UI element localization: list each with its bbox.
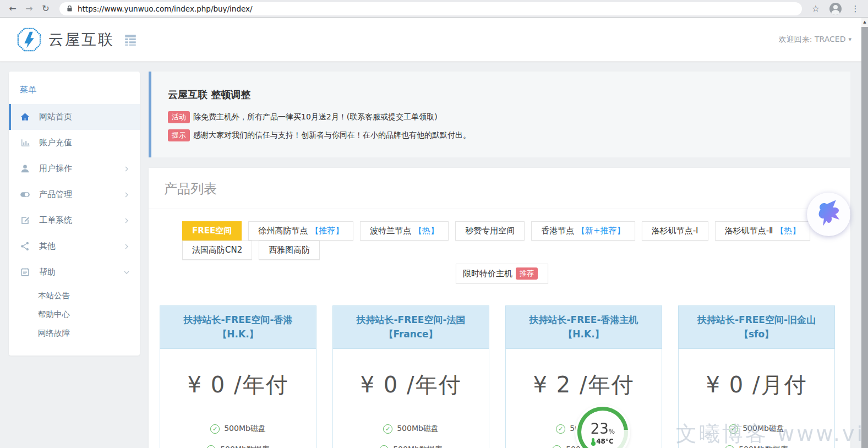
check-circle-icon: ✓ — [725, 445, 734, 448]
product-title: 扶持站长-FREE-香港主机 — [510, 313, 657, 327]
product-title: 扶持站长-FREE空间-法国 — [337, 313, 484, 327]
bookmark-star-icon[interactable]: ☆ — [809, 3, 823, 14]
gauge-temperature: 48°C — [592, 438, 614, 445]
announcement-line: 提示 感谢大家对我们的信任与支持！创新者与你同在！在小的品牌也有他的默默付出。 — [168, 129, 834, 141]
announcement-text: 感谢大家对我们的信任与支持！创新者与你同在！在小的品牌也有他的默默付出。 — [193, 130, 471, 140]
product-card-body: ¥ 0 /年付 ✓ 500Mb磁盘 ✓ 500Mb数据库 ✓ 法国CN2高速免备… — [332, 349, 489, 448]
sidebar-item-toggle[interactable]: 产品管理 — [9, 182, 140, 207]
sidebar-item-label: 账户充值 — [39, 138, 72, 148]
sidebar-item-edit[interactable]: 工单系统 — [9, 207, 140, 233]
download-bird-button[interactable] — [807, 193, 850, 236]
sidebar-subitem[interactable]: 网络故障 — [9, 324, 140, 342]
url-bar[interactable]: https://www.yunwuo.com/index.php/buy/ind… — [59, 2, 802, 15]
product-price: ¥ 0 /年付 — [333, 370, 489, 400]
product-feature: ✓ 500Mb磁盘 — [679, 424, 834, 433]
sidebar-subitem[interactable]: 帮助中心 — [9, 305, 140, 324]
product-tab[interactable]: 波特兰节点 【热】 — [360, 221, 449, 241]
product-tab[interactable]: 洛杉矶节点-Ⅱ 【热】 — [715, 221, 811, 241]
sidebar-item-user[interactable]: 用户操作 — [9, 156, 140, 182]
thermometer-icon — [592, 438, 594, 445]
product-price: ¥ 0 /年付 — [160, 370, 316, 400]
announcement-badge: 活动 — [168, 111, 190, 123]
check-circle-icon: ✓ — [206, 445, 216, 448]
browser-chrome: ← → ↻ https://www.yunwuo.com/index.php/b… — [0, 0, 868, 18]
sidebar-item-label: 工单系统 — [39, 215, 72, 226]
product-tabs: FREE空间 徐州高防节点 【推荐】 波特兰节点 【热】 秒赞专用空间 香港节点… — [149, 209, 850, 260]
sidebar-section-label: 菜单 — [9, 72, 140, 104]
page-scrollbar[interactable]: ▲ — [861, 18, 868, 448]
check-circle-icon: ✓ — [552, 445, 561, 448]
chevron-icon — [123, 217, 130, 224]
product-price: ¥ 0 /月付 — [679, 370, 834, 400]
tab-limited-special-host[interactable]: 限时特价主机 推荐 — [456, 264, 548, 283]
share-icon — [20, 241, 32, 252]
user-icon — [20, 163, 32, 174]
special-tab-label: 限时特价主机 — [463, 269, 512, 279]
product-card-header[interactable]: 扶持站长-FREE空间-旧金山 【sfo】 — [678, 305, 835, 349]
sidebar: 菜单 网站首页 账户充值 用户操作 产品管理 — [9, 72, 140, 356]
announcement-line: 活动 除免费主机外，所有产品一律买10月送2月！(联系客服或提交工单领取) — [168, 111, 834, 123]
product-card-header[interactable]: 扶持站长-FREE-香港主机 【H.K.】 — [505, 305, 662, 349]
lock-icon — [66, 5, 73, 12]
welcome-text: 欢迎回来: TRACED — [779, 35, 846, 45]
product-subtitle: 【H.K.】 — [510, 327, 657, 342]
announcement-text: 除免费主机外，所有产品一律买10月送2月！(联系客服或提交工单领取) — [193, 112, 438, 122]
user-menu[interactable]: 欢迎回来: TRACED ▾ — [779, 35, 851, 45]
bar-chart-icon — [20, 138, 32, 148]
product-price: ¥ 2 /年付 — [506, 370, 662, 400]
main-content: 云屋互联 整顿调整 活动 除免费主机外，所有产品一律买10月送2月！(联系客服或… — [149, 72, 850, 448]
browser-menu-icon[interactable]: ⋮ — [848, 4, 862, 14]
sidebar-item-home[interactable]: 网站首页 — [9, 104, 140, 130]
product-card: 扶持站长-FREE空间-旧金山 【sfo】 ¥ 0 /月付 ✓ 500Mb磁盘 … — [678, 305, 835, 448]
product-tab[interactable]: 徐州高防节点 【推荐】 — [248, 221, 353, 241]
url-text[interactable]: https://www.yunwuo.com/index.php/buy/ind… — [78, 4, 253, 13]
sidebar-item-bar-chart[interactable]: 账户充值 — [9, 130, 140, 156]
sidebar-item-share[interactable]: 其他 — [9, 233, 140, 259]
sidebar-item-label: 产品管理 — [39, 189, 72, 200]
edit-icon — [20, 215, 32, 226]
product-card-body: ¥ 0 /月付 ✓ 500Mb磁盘 ✓ 500Mb数据库 ✓ 旧金山高速免备案 … — [678, 349, 835, 448]
scrollbar-up-icon[interactable]: ▲ — [861, 18, 868, 26]
product-subtitle: 【sfo】 — [683, 327, 830, 342]
logo-icon — [17, 27, 42, 52]
panel-title: 产品列表 — [149, 168, 850, 209]
product-tab[interactable]: FREE空间 — [182, 221, 242, 241]
site-title: 云屋互联 — [48, 30, 114, 50]
sidebar-item-label: 网站首页 — [39, 112, 72, 122]
cpu-gauge-widget[interactable]: 23% 48°C — [577, 407, 628, 448]
product-tab[interactable]: 秒赞专用空间 — [455, 221, 525, 241]
product-title: 扶持站长-FREE空间-香港 — [165, 313, 312, 327]
forward-icon[interactable]: → — [22, 3, 36, 14]
scrollbar-thumb[interactable] — [861, 27, 868, 448]
clipboard-icon — [20, 267, 32, 277]
check-circle-icon: ✓ — [556, 424, 565, 434]
sidebar-item-clipboard[interactable]: 帮助 — [9, 259, 140, 285]
product-tab[interactable]: 法国高防CN2 — [182, 241, 252, 260]
product-subtitle: 【France】 — [337, 327, 484, 342]
back-icon[interactable]: ← — [6, 3, 20, 14]
chevron-icon — [123, 166, 130, 172]
product-tab[interactable]: 洛杉矶节点-Ⅰ — [642, 221, 708, 241]
product-card-header[interactable]: 扶持站长-FREE空间-香港 【H.K.】 — [160, 305, 316, 349]
sidebar-subitem[interactable]: 本站公告 — [9, 286, 140, 305]
page-body: 菜单 网站首页 账户充值 用户操作 产品管理 — [0, 62, 868, 448]
collapse-menu-icon[interactable] — [123, 32, 138, 47]
sidebar-item-label: 用户操作 — [39, 163, 72, 174]
check-circle-icon: ✓ — [383, 424, 392, 434]
product-card: 扶持站长-FREE空间-香港 【H.K.】 ¥ 0 /年付 ✓ 500Mb磁盘 … — [160, 305, 316, 448]
reload-icon[interactable]: ↻ — [39, 3, 53, 14]
product-feature: ✓ 500Mb数据库 — [160, 445, 316, 448]
profile-avatar[interactable] — [829, 3, 842, 15]
product-subtitle: 【H.K.】 — [165, 327, 312, 342]
announcement-title: 云屋互联 整顿调整 — [168, 88, 834, 101]
gauge-percent: 23% — [591, 422, 615, 436]
product-tab[interactable]: 西雅图高防 — [259, 241, 320, 260]
product-card-header[interactable]: 扶持站长-FREE空间-法国 【France】 — [332, 305, 489, 349]
chevron-icon — [123, 192, 130, 198]
product-feature: ✓ 500Mb磁盘 — [160, 424, 316, 433]
site-navbar: 云屋互联 欢迎回来: TRACED ▾ — [0, 18, 868, 62]
product-tab[interactable]: 香港节点 【新+推荐】 — [531, 221, 635, 241]
product-card-body: ¥ 0 /年付 ✓ 500Mb磁盘 ✓ 500Mb数据库 ✓ 香港高速免备案 ✓… — [160, 349, 316, 448]
announcement-box: 云屋互联 整顿调整 活动 除免费主机外，所有产品一律买10月送2月！(联系客服或… — [149, 72, 850, 157]
sidebar-item-label: 帮助 — [39, 267, 56, 277]
